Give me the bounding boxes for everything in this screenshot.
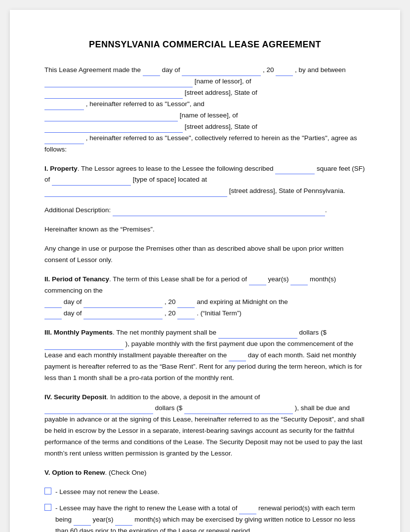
section2-text1: . The term of this Lease shall be for a … xyxy=(109,275,247,283)
option1-text: - Lessee may not renew the Lease. xyxy=(55,487,160,498)
renewal-months-field[interactable] xyxy=(115,518,132,526)
lessor-name-field[interactable] xyxy=(44,79,193,87)
year-prefix: , 20 xyxy=(263,66,274,74)
monthly-amount-words-field[interactable] xyxy=(218,331,297,339)
section3-text2: dollars ($ xyxy=(299,329,327,336)
payment-day-field[interactable] xyxy=(229,353,246,361)
sqft-field[interactable] xyxy=(275,166,315,174)
year-field[interactable] xyxy=(276,68,293,76)
any-change-section: Any change in use or purpose the Premise… xyxy=(44,243,366,266)
option1-row: - Lessee may not renew the Lease. xyxy=(44,487,366,498)
start-day-field[interactable] xyxy=(44,300,62,308)
additional-desc-field[interactable] xyxy=(113,208,325,216)
renewal-years-field[interactable] xyxy=(74,518,91,526)
section2-text8: , 20 xyxy=(164,309,176,317)
intro-text: This Lease Agreement made the xyxy=(44,66,141,74)
section4: IV. Security Deposit. In addition to the… xyxy=(44,392,366,460)
section2-text4: day of xyxy=(64,298,82,305)
section3: III. Monthly Payments. The net monthly p… xyxy=(44,327,366,384)
section2: II. Period of Tenancy. The term of this … xyxy=(44,274,366,319)
section5-text1: . (Check One) xyxy=(105,469,147,476)
lessee-name-label: [name of lessee], of xyxy=(180,112,238,119)
premises-text: Hereinafter known as the “Premises”. xyxy=(44,226,155,233)
section1-text1: . The Lessor agrees to lease to the Less… xyxy=(78,165,274,172)
renewal-periods-field[interactable] xyxy=(239,506,256,514)
section2-text2: year(s) xyxy=(268,275,288,283)
section4-text1: . In addition to the above, a deposit in… xyxy=(107,393,260,401)
section2-text5: , 20 xyxy=(164,298,176,305)
document-page: PENNSYLVANIA COMMERCIAL LEASE AGREEMENT … xyxy=(10,10,400,532)
start-year-field[interactable] xyxy=(177,300,195,308)
section5-title: V. Option to Renew xyxy=(44,469,105,476)
section3-title: III. Monthly Payments xyxy=(44,329,113,336)
end-day-field[interactable] xyxy=(44,311,62,319)
premises-section: Hereinafter known as the “Premises”. xyxy=(44,224,366,235)
section4-text2: dollars ($ xyxy=(155,404,183,412)
section2-text6: and expiring at Midnight on the xyxy=(197,298,288,305)
end-year-field[interactable] xyxy=(177,311,195,319)
section1-text4: [street address], State of Pennsylvania. xyxy=(229,187,345,194)
section3-text1: . The net monthly payment shall be xyxy=(113,329,216,336)
start-month-field[interactable] xyxy=(83,300,163,308)
additional-desc-section: Additional Description: . xyxy=(44,205,366,216)
deposit-words-field[interactable] xyxy=(44,406,153,414)
document-title: PENNSYLVANIA COMMERCIAL LEASE AGREEMENT xyxy=(44,39,366,50)
section1-title: I. Property xyxy=(44,165,78,172)
months-field[interactable] xyxy=(290,277,308,285)
lessee-name-field[interactable] xyxy=(44,114,178,121)
intro4: , by and between xyxy=(295,66,346,74)
period: . xyxy=(325,206,327,214)
hereinafter-lessor: , hereinafter referred to as "Lessor", a… xyxy=(86,100,205,108)
property-address-field[interactable] xyxy=(44,189,227,197)
option2-text1: - Lessee may have the right to renew the… xyxy=(55,504,237,512)
monthly-amount-num-field[interactable] xyxy=(44,342,123,350)
years-field[interactable] xyxy=(249,277,266,285)
additional-desc-label: Additional Description: xyxy=(44,206,111,214)
section2-title: II. Period of Tenancy xyxy=(44,275,109,283)
intro-section: This Lease Agreement made the day of , 2… xyxy=(44,65,366,155)
month-field[interactable] xyxy=(182,68,261,76)
section2-text9: . (“Initial Term”) xyxy=(197,309,242,317)
any-change-text: Any change in use or purpose the Premise… xyxy=(44,245,344,264)
lessee-address-field[interactable] xyxy=(44,125,183,133)
deposit-num-field[interactable] xyxy=(184,406,293,414)
lessor-address-field[interactable] xyxy=(44,91,183,99)
option2-content: - Lessee may have the right to renew the… xyxy=(55,503,366,532)
space-type-field[interactable] xyxy=(52,178,131,186)
section2-text7: day of xyxy=(64,309,82,317)
lessor-label: [name of lessor], of xyxy=(195,77,251,85)
lessor-state-field[interactable] xyxy=(44,102,84,110)
day-of-text: day of xyxy=(162,66,180,74)
day-field[interactable] xyxy=(143,68,160,76)
section4-title: IV. Security Deposit xyxy=(44,393,107,401)
hereinafter-lessee: , hereinafter referred to as "Lessee", c… xyxy=(44,134,357,153)
street-label: [street address], State of xyxy=(185,89,257,96)
street2-label: [street address], State of xyxy=(185,123,257,130)
option1-checkbox[interactable] xyxy=(44,488,51,494)
end-month-field[interactable] xyxy=(83,311,163,319)
option2-checkbox[interactable] xyxy=(44,504,51,511)
lessee-state-field[interactable] xyxy=(44,136,84,144)
option2-text3: year(s) xyxy=(93,516,114,523)
section5: V. Option to Renew. (Check One) xyxy=(44,467,366,479)
section1: I. Property. The Lessor agrees to lease … xyxy=(44,163,366,197)
option2-row: - Lessee may have the right to renew the… xyxy=(44,503,366,532)
section1-text3: [type of space] located at xyxy=(133,176,207,183)
